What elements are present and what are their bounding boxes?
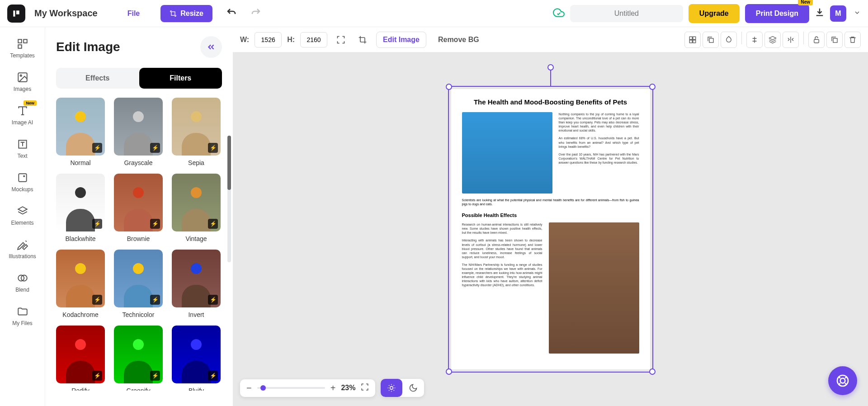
height-label: H: [287, 36, 295, 44]
svg-point-10 [24, 176, 24, 177]
zoom-slider[interactable] [257, 387, 325, 389]
svg-rect-15 [689, 40, 692, 42]
sidebar-item-elements[interactable]: Elements [0, 199, 45, 232]
sync-status-icon [553, 7, 565, 20]
left-sidebar: Templates Images New Image AI Text Mocku… [0, 27, 45, 406]
bolt-icon: ⚡ [150, 143, 160, 153]
sidebar-item-templates[interactable]: Templates [0, 32, 45, 65]
svg-rect-9 [19, 174, 26, 181]
layers-button[interactable] [764, 32, 781, 48]
sidebar-item-mockups[interactable]: Mockups [0, 165, 45, 199]
dark-mode-button[interactable] [402, 379, 424, 397]
filter-vintage[interactable]: ⚡Vintage [172, 174, 221, 242]
sidebar-item-image-ai[interactable]: New Image AI [0, 99, 45, 132]
panel-title: Edit Image [56, 40, 120, 54]
filter-sepia[interactable]: ⚡Sepia [172, 98, 221, 166]
sidebar-item-blend[interactable]: Blend [0, 266, 45, 299]
filter-grid: ⚡Normal ⚡Grayscale ⚡Sepia ⚡Blackwhite ⚡B… [56, 98, 222, 391]
lifebuoy-icon [835, 373, 850, 388]
canvas-area: W: H: Edit Image Remove BG [233, 27, 868, 406]
workspace-name[interactable]: My Workspace [34, 8, 98, 19]
user-avatar[interactable]: M [830, 5, 846, 22]
redo-button[interactable] [250, 7, 261, 20]
opacity-button[interactable] [721, 32, 737, 48]
remove-bg-button[interactable]: Remove BG [432, 32, 486, 47]
panel-tabs: Effects Filters [56, 68, 222, 89]
image-ai-icon [17, 105, 28, 117]
scrollbar[interactable] [227, 136, 231, 262]
bolt-icon: ⚡ [92, 371, 102, 381]
svg-rect-19 [833, 38, 837, 42]
fullscreen-button[interactable] [361, 383, 369, 393]
height-input[interactable] [300, 32, 327, 47]
expand-button[interactable] [333, 32, 349, 48]
new-badge: New [798, 0, 813, 5]
svg-rect-0 [13, 10, 15, 16]
help-button[interactable] [828, 366, 857, 395]
filter-normal[interactable]: ⚡Normal [56, 98, 105, 166]
print-design-button[interactable]: Print Design New [745, 4, 809, 23]
filter-grayscale[interactable]: ⚡Grayscale [114, 98, 163, 166]
illustrations-icon [17, 239, 28, 250]
zoom-in-button[interactable]: + [330, 383, 336, 393]
align-button[interactable] [746, 32, 763, 48]
tab-effects[interactable]: Effects [56, 68, 139, 89]
top-header: My Workspace File Resize Upgrade Print D… [0, 0, 868, 27]
svg-rect-2 [171, 12, 175, 15]
moon-icon [409, 383, 418, 392]
filter-greenify[interactable]: ⚡Greenify [114, 326, 163, 391]
edit-image-button[interactable]: Edit Image [376, 32, 426, 48]
canvas-viewport[interactable]: The Health and Mood-Boosting Benefits of… [233, 52, 868, 406]
position-button[interactable] [684, 32, 701, 48]
context-toolbar: W: H: Edit Image Remove BG [233, 27, 868, 52]
zoom-out-button[interactable]: − [246, 383, 252, 393]
resize-handle-tl[interactable] [446, 84, 452, 90]
chevron-left-double-icon [206, 42, 216, 52]
filter-kodachrome[interactable]: ⚡Kodachrome [56, 250, 105, 318]
app-logo[interactable] [7, 5, 25, 23]
sidebar-item-illustrations[interactable]: Illustrations [0, 232, 45, 266]
images-icon [17, 71, 28, 83]
resize-button[interactable]: Resize [160, 5, 212, 22]
resize-handle-tr[interactable] [649, 84, 656, 90]
delete-button[interactable] [844, 32, 861, 48]
edit-image-panel: Edit Image Effects Filters ⚡Normal ⚡Gray… [45, 27, 233, 406]
copy-button[interactable] [826, 32, 843, 48]
user-menu-chevron[interactable] [854, 9, 861, 18]
svg-rect-4 [24, 39, 27, 43]
crop-button[interactable] [354, 32, 371, 48]
download-button[interactable] [815, 7, 825, 20]
document-page[interactable]: The Health and Mood-Boosting Benefits of… [451, 89, 650, 369]
rotate-handle[interactable] [547, 64, 554, 71]
filter-technicolor[interactable]: ⚡Technicolor [114, 250, 163, 318]
selection-box [448, 86, 653, 373]
sidebar-item-images[interactable]: Images [0, 65, 45, 99]
file-menu[interactable]: File [120, 6, 147, 21]
flip-button[interactable] [783, 32, 799, 48]
sidebar-item-my-files[interactable]: My Files [0, 299, 45, 333]
svg-point-22 [840, 378, 845, 383]
lock-button[interactable] [808, 32, 825, 48]
duplicate-button[interactable] [703, 32, 719, 48]
text-icon [17, 138, 28, 150]
light-mode-button[interactable] [381, 379, 402, 397]
bolt-icon: ⚡ [208, 219, 218, 229]
resize-handle-br[interactable] [649, 368, 656, 375]
bolt-icon: ⚡ [92, 143, 102, 153]
upgrade-button[interactable]: Upgrade [689, 4, 740, 23]
document-title-input[interactable] [570, 5, 683, 22]
zoom-percent: 23% [341, 384, 355, 392]
width-input[interactable] [255, 32, 282, 47]
filter-bluify[interactable]: ⚡Bluify [172, 326, 221, 391]
bolt-icon: ⚡ [150, 371, 160, 381]
filter-brownie[interactable]: ⚡Brownie [114, 174, 163, 242]
collapse-panel-button[interactable] [200, 36, 222, 58]
svg-rect-16 [693, 40, 696, 42]
resize-handle-bl[interactable] [446, 368, 452, 375]
tab-filters[interactable]: Filters [139, 68, 222, 89]
filter-redify[interactable]: ⚡Redify [56, 326, 105, 391]
undo-button[interactable] [226, 7, 237, 20]
filter-blackwhite[interactable]: ⚡Blackwhite [56, 174, 105, 242]
sidebar-item-text[interactable]: Text [0, 132, 45, 165]
filter-invert[interactable]: ⚡Invert [172, 250, 221, 318]
